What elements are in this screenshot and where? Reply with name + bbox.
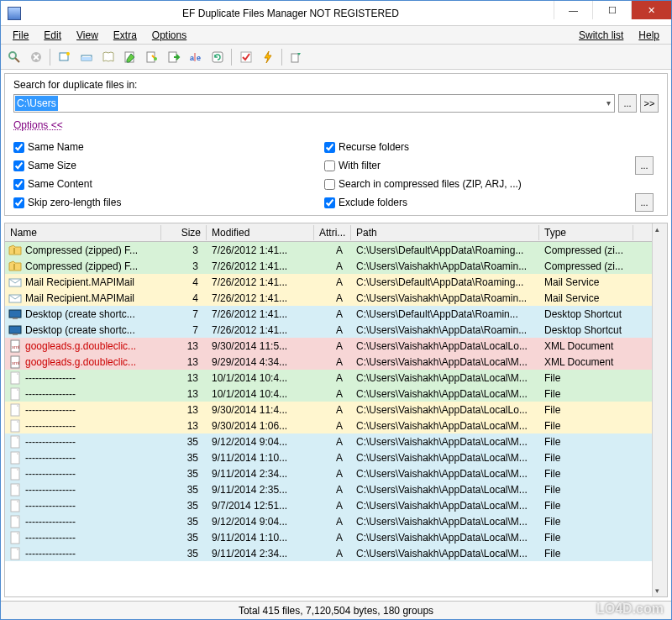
table-row[interactable]: xmlgoogleads.g.doubleclic...139/30/2014 … xyxy=(5,338,652,354)
table-row[interactable]: xmlgoogleads.g.doubleclic...139/29/2014 … xyxy=(5,354,652,370)
table-row[interactable]: Mail Recipient.MAPIMail47/26/2012 1:41..… xyxy=(5,290,652,306)
chk-same-name[interactable]: Same Name xyxy=(13,141,316,153)
refresh-icon[interactable] xyxy=(207,47,228,67)
cell-attr: A xyxy=(314,548,351,560)
svg-rect-20 xyxy=(13,264,15,270)
svg-rect-18 xyxy=(291,54,298,62)
table-row[interactable]: Desktop (create shortc...77/26/2012 1:41… xyxy=(5,306,652,322)
table-row[interactable]: ---------------359/7/2014 12:51...AC:\Us… xyxy=(5,497,652,513)
options-toggle-link[interactable]: Options << xyxy=(13,119,63,131)
chk-same-size[interactable]: Same Size xyxy=(13,160,316,171)
edit-icon[interactable] xyxy=(120,47,140,67)
table-row[interactable]: Desktop (create shortc...77/26/2012 1:41… xyxy=(5,322,652,338)
settings-icon[interactable] xyxy=(286,47,307,67)
menu-switch-list[interactable]: Switch list xyxy=(572,28,630,43)
cell-size: 35 xyxy=(161,436,207,448)
table-row[interactable]: ---------------359/11/2014 1:10...AC:\Us… xyxy=(5,449,652,465)
table-row[interactable]: Compressed (zipped) F...37/26/2012 1:41.… xyxy=(5,242,652,258)
chk-same-content[interactable]: Same Content xyxy=(13,178,316,190)
scroll-up-icon[interactable]: ▴ xyxy=(655,225,659,234)
file-type-icon: xml xyxy=(8,355,22,369)
col-modified[interactable]: Modified xyxy=(207,225,314,240)
tray-icon[interactable] xyxy=(76,47,97,67)
cell-modified: 7/26/2012 1:41... xyxy=(207,244,314,256)
page-edit-icon[interactable] xyxy=(142,47,162,67)
next-path-button[interactable]: >> xyxy=(640,94,659,113)
window-controls: — ☐ ✕ xyxy=(554,1,671,25)
svg-text:e: e xyxy=(197,54,201,62)
cell-path: C:\Users\Default\AppData\Roamin... xyxy=(351,308,539,320)
cell-size: 35 xyxy=(161,516,207,528)
menu-extra[interactable]: Extra xyxy=(107,28,144,43)
table-row[interactable]: ---------------139/30/2014 11:4...AC:\Us… xyxy=(5,402,652,418)
table-row[interactable]: Compressed (zipped) F...37/26/2012 1:41.… xyxy=(5,258,652,274)
cell-name: --------------- xyxy=(25,532,76,544)
search-icon[interactable] xyxy=(4,47,24,67)
stop-icon[interactable] xyxy=(26,47,46,67)
cell-attr: A xyxy=(314,484,351,496)
col-path[interactable]: Path xyxy=(351,225,539,240)
cell-attr: A xyxy=(314,276,351,288)
filter-settings-button[interactable]: ... xyxy=(635,156,654,175)
table-row[interactable]: ---------------1310/1/2014 10:4...AC:\Us… xyxy=(5,386,652,402)
cell-type: Mail Service xyxy=(539,292,633,304)
check-icon[interactable] xyxy=(236,47,256,67)
table-row[interactable]: ---------------359/12/2014 9:04...AC:\Us… xyxy=(5,513,652,529)
menu-help[interactable]: Help xyxy=(632,28,666,43)
chk-compressed[interactable]: Search in compressed files (ZIP, ARJ, ..… xyxy=(324,178,627,190)
cell-path: C:\Users\Vaishakh\AppData\Local\M... xyxy=(351,420,539,432)
chk-with-filter[interactable]: With filter xyxy=(324,160,627,171)
chk-exclude[interactable]: Exclude folders xyxy=(324,197,627,208)
col-attr[interactable]: Attri... xyxy=(314,225,351,240)
cell-type: XML Document xyxy=(539,340,633,352)
export-icon[interactable] xyxy=(164,47,184,67)
file-type-icon xyxy=(8,499,22,512)
dropdown-icon[interactable]: ▾ xyxy=(606,98,611,108)
search-path-input[interactable]: C:\Users ▾ xyxy=(13,94,615,113)
cell-size: 13 xyxy=(161,420,207,432)
table-row[interactable]: ---------------359/11/2014 2:34...AC:\Us… xyxy=(5,465,652,481)
chk-recurse[interactable]: Recurse folders xyxy=(324,141,627,153)
cell-size: 3 xyxy=(161,244,207,256)
cell-type: Desktop Shortcut xyxy=(539,308,633,320)
cell-size: 13 xyxy=(161,340,207,352)
toolbar: ae xyxy=(1,45,671,70)
menu-edit[interactable]: Edit xyxy=(37,28,68,43)
new-window-icon[interactable] xyxy=(55,47,75,67)
svg-rect-25 xyxy=(9,326,21,334)
file-type-icon xyxy=(8,387,22,401)
cell-size: 13 xyxy=(161,388,207,400)
table-row[interactable]: ---------------1310/1/2014 10:4...AC:\Us… xyxy=(5,370,652,386)
maximize-button[interactable]: ☐ xyxy=(592,1,631,19)
table-row[interactable]: ---------------359/11/2014 1:10...AC:\Us… xyxy=(5,529,652,545)
book-icon[interactable] xyxy=(98,47,118,67)
cell-attr: A xyxy=(314,452,351,464)
col-name[interactable]: Name xyxy=(5,225,161,240)
cell-path: C:\Users\Vaishakh\AppData\Roamin... xyxy=(351,292,539,304)
compare-icon[interactable]: ae xyxy=(186,47,206,67)
table-row[interactable]: ---------------359/12/2014 9:04...AC:\Us… xyxy=(5,433,652,449)
cell-size: 35 xyxy=(161,500,207,512)
close-button[interactable]: ✕ xyxy=(631,1,671,19)
col-type[interactable]: Type xyxy=(539,225,633,240)
cell-name: --------------- xyxy=(25,420,76,432)
menu-file[interactable]: File xyxy=(6,28,35,43)
table-row[interactable]: ---------------139/30/2014 1:06...AC:\Us… xyxy=(5,418,652,433)
cell-type: File xyxy=(539,388,633,400)
table-row[interactable]: ---------------359/11/2014 2:34...AC:\Us… xyxy=(5,545,652,561)
chk-skip-zero[interactable]: Skip zero-length files xyxy=(13,197,316,208)
cell-type: Desktop Shortcut xyxy=(539,324,633,336)
table-row[interactable]: Mail Recipient.MAPIMail47/26/2012 1:41..… xyxy=(5,274,652,290)
file-type-icon xyxy=(8,483,22,497)
minimize-button[interactable]: — xyxy=(554,1,592,19)
cell-path: C:\Users\Vaishakh\AppData\Local\M... xyxy=(351,532,539,544)
vertical-scrollbar[interactable]: ▴ ▾ xyxy=(652,223,667,596)
menu-view[interactable]: View xyxy=(70,28,105,43)
col-size[interactable]: Size xyxy=(161,225,207,240)
menu-options[interactable]: Options xyxy=(145,28,193,43)
table-row[interactable]: ---------------359/11/2014 2:35...AC:\Us… xyxy=(5,481,652,497)
browse-button[interactable]: ... xyxy=(618,94,637,113)
lightning-icon[interactable] xyxy=(258,47,278,67)
scroll-down-icon[interactable]: ▾ xyxy=(655,586,659,595)
exclude-settings-button[interactable]: ... xyxy=(635,193,654,212)
